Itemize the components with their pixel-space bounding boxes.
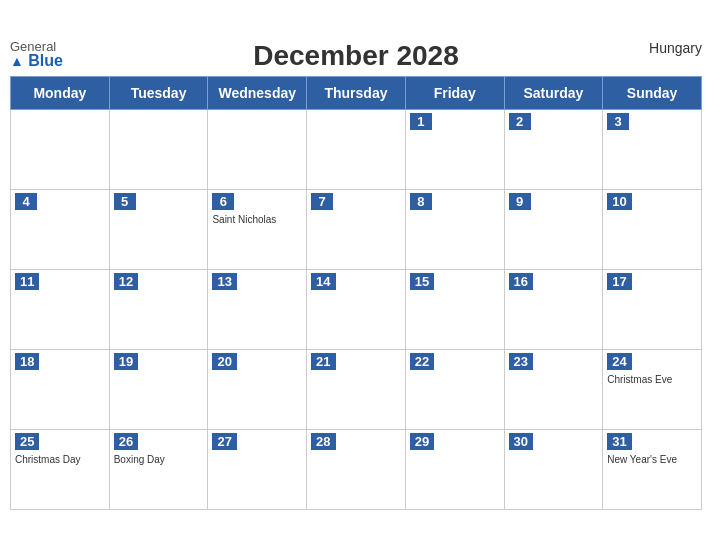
brand-blue-text: ▲ Blue [10, 53, 63, 69]
calendar-cell: 13 [208, 270, 307, 350]
header-day-tuesday: Tuesday [109, 77, 208, 110]
calendar-cell: 11 [11, 270, 110, 350]
brand-blue-label: Blue [28, 52, 63, 69]
calendar-cell [11, 110, 110, 190]
header-day-thursday: Thursday [307, 77, 406, 110]
calendar-cell: 26Boxing Day [109, 430, 208, 510]
calendar-wrapper: General ▲ Blue December 2028 Hungary Mon… [0, 30, 712, 520]
calendar-cell: 22 [405, 350, 504, 430]
day-number: 6 [212, 193, 234, 210]
day-number: 20 [212, 353, 236, 370]
day-number: 4 [15, 193, 37, 210]
holiday-name: Boxing Day [114, 454, 204, 465]
day-number: 27 [212, 433, 236, 450]
day-number: 10 [607, 193, 631, 210]
calendar-cell: 25Christmas Day [11, 430, 110, 510]
holiday-name: Christmas Day [15, 454, 105, 465]
day-number: 16 [509, 273, 533, 290]
header-day-saturday: Saturday [504, 77, 603, 110]
calendar-cell: 30 [504, 430, 603, 510]
calendar-cell: 14 [307, 270, 406, 350]
day-number: 30 [509, 433, 533, 450]
calendar-cell: 18 [11, 350, 110, 430]
day-number: 24 [607, 353, 631, 370]
calendar-cell: 4 [11, 190, 110, 270]
calendar-header: General ▲ Blue December 2028 Hungary [10, 40, 702, 72]
day-number: 11 [15, 273, 39, 290]
header-day-wednesday: Wednesday [208, 77, 307, 110]
calendar-cell: 24Christmas Eve [603, 350, 702, 430]
day-number: 1 [410, 113, 432, 130]
calendar-cell: 15 [405, 270, 504, 350]
calendar-cell: 29 [405, 430, 504, 510]
day-number: 12 [114, 273, 138, 290]
calendar-cell: 3 [603, 110, 702, 190]
calendar-title: December 2028 [253, 40, 458, 72]
day-number: 2 [509, 113, 531, 130]
calendar-cell: 28 [307, 430, 406, 510]
day-number: 23 [509, 353, 533, 370]
header-day-sunday: Sunday [603, 77, 702, 110]
calendar-cell: 17 [603, 270, 702, 350]
week-row-2: 456Saint Nicholas78910 [11, 190, 702, 270]
week-row-5: 25Christmas Day26Boxing Day2728293031New… [11, 430, 702, 510]
day-number: 29 [410, 433, 434, 450]
calendar-cell: 27 [208, 430, 307, 510]
calendar-cell [307, 110, 406, 190]
calendar-cell: 23 [504, 350, 603, 430]
calendar-cell: 12 [109, 270, 208, 350]
calendar-cell: 5 [109, 190, 208, 270]
day-number: 8 [410, 193, 432, 210]
day-number: 22 [410, 353, 434, 370]
calendar-cell: 10 [603, 190, 702, 270]
holiday-name: New Year's Eve [607, 454, 697, 465]
day-number: 18 [15, 353, 39, 370]
calendar-cell: 8 [405, 190, 504, 270]
calendar-cell: 1 [405, 110, 504, 190]
week-row-4: 18192021222324Christmas Eve [11, 350, 702, 430]
day-number: 9 [509, 193, 531, 210]
holiday-name: Saint Nicholas [212, 214, 302, 225]
day-number: 7 [311, 193, 333, 210]
header-row: MondayTuesdayWednesdayThursdayFridaySatu… [11, 77, 702, 110]
header-day-friday: Friday [405, 77, 504, 110]
calendar-cell [109, 110, 208, 190]
day-number: 25 [15, 433, 39, 450]
day-number: 15 [410, 273, 434, 290]
calendar-cell: 6Saint Nicholas [208, 190, 307, 270]
day-number: 5 [114, 193, 136, 210]
country-label: Hungary [649, 40, 702, 56]
day-number: 3 [607, 113, 629, 130]
calendar-cell: 31New Year's Eve [603, 430, 702, 510]
day-number: 13 [212, 273, 236, 290]
day-number: 31 [607, 433, 631, 450]
day-number: 26 [114, 433, 138, 450]
day-number: 21 [311, 353, 335, 370]
calendar-cell [208, 110, 307, 190]
brand-icon: ▲ [10, 53, 24, 69]
calendar-cell: 7 [307, 190, 406, 270]
calendar-table: MondayTuesdayWednesdayThursdayFridaySatu… [10, 76, 702, 510]
header-day-monday: Monday [11, 77, 110, 110]
week-row-1: 123 [11, 110, 702, 190]
holiday-name: Christmas Eve [607, 374, 697, 385]
calendar-cell: 19 [109, 350, 208, 430]
day-number: 19 [114, 353, 138, 370]
calendar-cell: 2 [504, 110, 603, 190]
day-number: 28 [311, 433, 335, 450]
calendar-cell: 9 [504, 190, 603, 270]
calendar-cell: 20 [208, 350, 307, 430]
day-number: 17 [607, 273, 631, 290]
week-row-3: 11121314151617 [11, 270, 702, 350]
day-number: 14 [311, 273, 335, 290]
calendar-cell: 21 [307, 350, 406, 430]
calendar-cell: 16 [504, 270, 603, 350]
brand: General ▲ Blue [10, 40, 63, 69]
